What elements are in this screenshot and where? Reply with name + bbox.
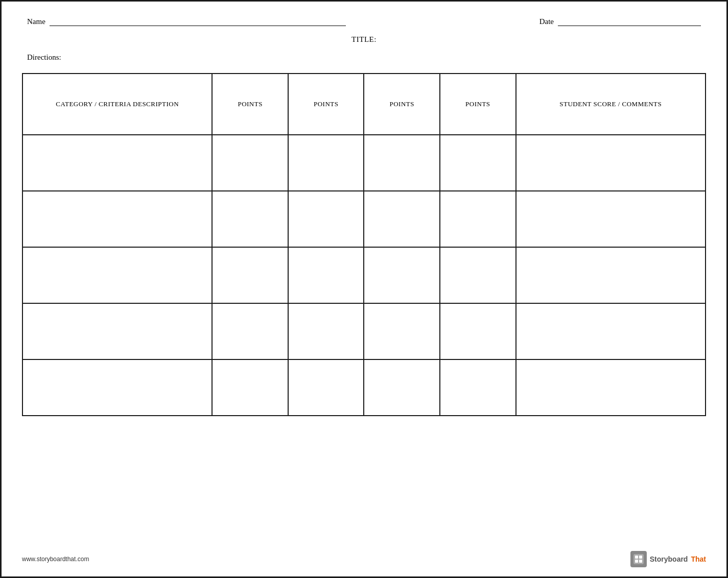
footer: www.storyboardthat.com StoryboardThat — [22, 551, 706, 567]
table-row — [22, 359, 706, 416]
logo-storyboard-text: Storyboard — [650, 555, 688, 563]
col-points-2: POINTS — [288, 74, 364, 135]
page: Name Date TITLE: Directions: CATEGORY / … — [0, 0, 728, 578]
title-label: TITLE: — [351, 35, 377, 43]
svg-rect-3 — [635, 560, 638, 563]
logo-that-text: That — [691, 555, 706, 563]
row5-col4 — [364, 359, 440, 416]
header-row: Name Date — [22, 17, 706, 26]
row1-col5 — [440, 135, 516, 191]
svg-rect-2 — [639, 556, 642, 559]
table-row — [22, 247, 706, 303]
row1-col2 — [212, 135, 288, 191]
row2-col1 — [22, 191, 212, 247]
row5-col3 — [288, 359, 364, 416]
storyboard-logo: StoryboardThat — [630, 551, 706, 567]
row5-col2 — [212, 359, 288, 416]
row5-col1 — [22, 359, 212, 416]
row2-col5 — [440, 191, 516, 247]
title-row: TITLE: — [22, 35, 706, 44]
directions-label: Directions: — [27, 53, 61, 61]
row2-col4 — [364, 191, 440, 247]
row4-col1 — [22, 303, 212, 359]
row2-col3 — [288, 191, 364, 247]
table-header-row: CATEGORY / CRITERIA DESCRIPTION POINTS P… — [22, 74, 706, 135]
row4-col4 — [364, 303, 440, 359]
row5-col6 — [516, 359, 706, 416]
row3-col3 — [288, 247, 364, 303]
name-field: Name — [27, 17, 346, 26]
row3-col4 — [364, 247, 440, 303]
row3-col6 — [516, 247, 706, 303]
row4-col6 — [516, 303, 706, 359]
row1-col6 — [516, 135, 706, 191]
table-row — [22, 303, 706, 359]
logo-icon — [630, 551, 647, 567]
svg-rect-4 — [639, 560, 642, 563]
row1-col3 — [288, 135, 364, 191]
row2-col6 — [516, 191, 706, 247]
row3-col2 — [212, 247, 288, 303]
date-field: Date — [539, 17, 701, 26]
row1-col1 — [22, 135, 212, 191]
name-label: Name — [27, 17, 45, 26]
row3-col1 — [22, 247, 212, 303]
row2-col2 — [212, 191, 288, 247]
row4-col2 — [212, 303, 288, 359]
row4-col3 — [288, 303, 364, 359]
row4-col5 — [440, 303, 516, 359]
footer-url: www.storyboardthat.com — [22, 556, 89, 563]
col-points-3: POINTS — [364, 74, 440, 135]
name-underline — [50, 17, 346, 26]
row5-col5 — [440, 359, 516, 416]
col-points-4: POINTS — [440, 74, 516, 135]
svg-rect-0 — [633, 554, 644, 564]
rubric-table: CATEGORY / CRITERIA DESCRIPTION POINTS P… — [22, 73, 706, 416]
date-underline — [558, 17, 701, 26]
col-category: CATEGORY / CRITERIA DESCRIPTION — [22, 74, 212, 135]
svg-rect-1 — [635, 556, 638, 559]
row1-col4 — [364, 135, 440, 191]
date-label: Date — [539, 17, 554, 26]
col-points-1: POINTS — [212, 74, 288, 135]
table-row — [22, 191, 706, 247]
table-row — [22, 135, 706, 191]
row3-col5 — [440, 247, 516, 303]
directions-row: Directions: — [22, 53, 706, 62]
col-student-score: STUDENT SCORE / COMMENTS — [516, 74, 706, 135]
